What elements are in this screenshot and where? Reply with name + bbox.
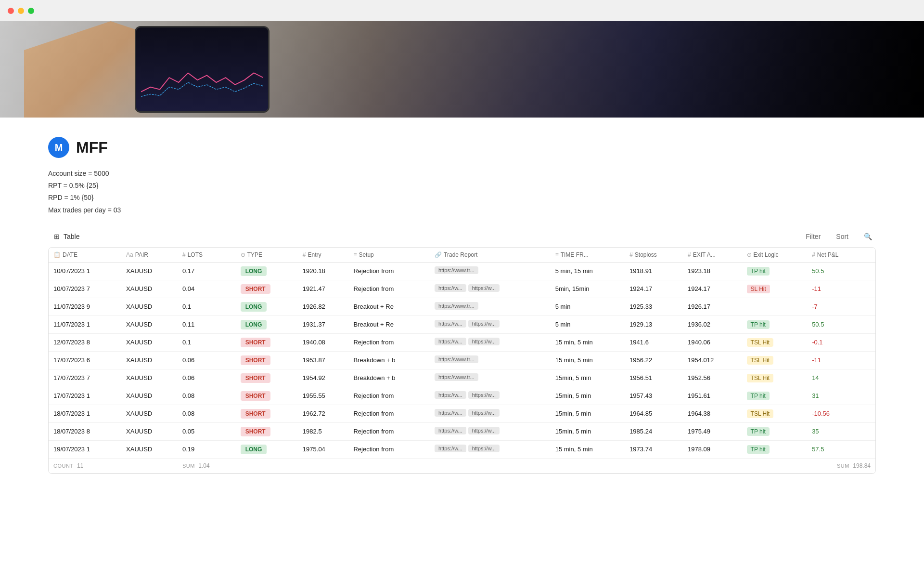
cell-exit-a: 1964.38 xyxy=(683,405,742,422)
cell-setup: Rejection from xyxy=(348,262,430,280)
cell-exit-logic: TP hit xyxy=(742,315,808,333)
count-value: 11 xyxy=(77,462,83,469)
cell-type: SHORT xyxy=(236,387,298,405)
cell-exit-a: 1924.17 xyxy=(683,280,742,298)
cell-stoploss: 1956.51 xyxy=(625,369,683,387)
cell-net-pnl: 35 xyxy=(807,422,875,440)
sort-button[interactable]: Sort xyxy=(832,231,852,242)
exit-badge: TP hit xyxy=(747,445,770,454)
exit-badge: TSL Hit xyxy=(747,374,774,382)
col-exit-a[interactable]: #EXIT A... xyxy=(683,248,742,263)
col-setup[interactable]: ≡Setup xyxy=(348,248,430,263)
filter-button[interactable]: Filter xyxy=(802,231,824,242)
col-net-pnl[interactable]: #Net P&L xyxy=(807,248,875,263)
col-date[interactable]: 📋DATE xyxy=(49,248,121,263)
url-badge[interactable]: https://w... xyxy=(435,391,466,399)
url-badge[interactable]: https://w... xyxy=(435,284,466,292)
cell-time-fr: 15 min, 5 min xyxy=(551,333,625,351)
url-badge[interactable]: https://w... xyxy=(468,284,500,292)
table-row: 17/07/2023 6XAUUSD0.06SHORT1953.87Breakd… xyxy=(49,351,875,369)
cell-exit-a: 1940.06 xyxy=(683,333,742,351)
url-badge[interactable]: https://w... xyxy=(468,320,500,328)
type-badge: SHORT xyxy=(241,391,270,401)
col-type[interactable]: ⊙TYPE xyxy=(236,248,298,263)
cell-date: 10/07/2023 7 xyxy=(49,280,121,298)
cell-trade-report: https://w...https://w... xyxy=(430,440,551,458)
col-stoploss[interactable]: #Stoploss xyxy=(625,248,683,263)
table-footer-row: COUNT 11 SUM 1.04 xyxy=(49,458,875,473)
cell-trade-report: https://www.tr... xyxy=(430,298,551,315)
cell-lots: 0.06 xyxy=(178,351,236,369)
cell-pair: XAUUSD xyxy=(121,369,178,387)
type-badge: LONG xyxy=(241,320,267,329)
cell-date: 11/07/2023 1 xyxy=(49,315,121,333)
url-badge[interactable]: https://w... xyxy=(468,445,500,452)
table-tab[interactable]: ⊞ Table xyxy=(48,230,85,243)
url-badge[interactable]: https://w... xyxy=(435,445,466,452)
cell-setup: Breakout + Re xyxy=(348,315,430,333)
type-badge: SHORT xyxy=(241,409,270,419)
close-button[interactable] xyxy=(8,8,14,14)
table-row: 11/07/2023 9XAUUSD0.1LONG1926.82Breakout… xyxy=(49,298,875,315)
col-entry[interactable]: #Entry xyxy=(298,248,349,263)
cell-trade-report: https://w...https://w... xyxy=(430,405,551,422)
url-badge[interactable]: https://w... xyxy=(435,320,466,328)
rpt: RPT = 0.5% {25} xyxy=(48,180,876,192)
cell-setup: Rejection from xyxy=(348,422,430,440)
url-badge[interactable]: https://w... xyxy=(435,427,466,434)
url-badge[interactable]: https://w... xyxy=(468,427,500,434)
cell-lots: 0.1 xyxy=(178,298,236,315)
cell-time-fr: 5min, 15min xyxy=(551,280,625,298)
col-lots[interactable]: #LOTS xyxy=(178,248,236,263)
cell-date: 12/07/2023 8 xyxy=(49,333,121,351)
table-row: 19/07/2023 1XAUUSD0.19LONG1975.04Rejecti… xyxy=(49,440,875,458)
cell-net-pnl: -11 xyxy=(807,351,875,369)
cell-date: 11/07/2023 9 xyxy=(49,298,121,315)
type-badge: SHORT xyxy=(241,284,270,294)
col-pair[interactable]: AaPAIR xyxy=(121,248,178,263)
cell-stoploss: 1957.43 xyxy=(625,387,683,405)
maximize-button[interactable] xyxy=(28,8,34,14)
cell-date: 10/07/2023 1 xyxy=(49,262,121,280)
url-badge[interactable]: https://w... xyxy=(435,338,466,345)
cell-stoploss: 1918.91 xyxy=(625,262,683,280)
url-badge[interactable]: https://www.tr... xyxy=(435,266,478,274)
pnl-value: 35 xyxy=(812,428,819,435)
cell-entry: 1982.5 xyxy=(298,422,349,440)
minimize-button[interactable] xyxy=(18,8,24,14)
cell-time-fr: 15 min, 5 min xyxy=(551,440,625,458)
cell-trade-report: https://w...https://w... xyxy=(430,333,551,351)
url-badge[interactable]: https://w... xyxy=(468,409,500,417)
cell-pair: XAUUSD xyxy=(121,298,178,315)
url-badge[interactable]: https://www.tr... xyxy=(435,302,478,310)
url-badge[interactable]: https://w... xyxy=(468,391,500,399)
table-row: 11/07/2023 1XAUUSD0.11LONG1931.37Breakou… xyxy=(49,315,875,333)
search-button[interactable]: 🔍 xyxy=(860,231,876,242)
col-exit-logic[interactable]: ⊙Exit Logic xyxy=(742,248,808,263)
titlebar xyxy=(0,0,924,21)
main-content: M MFF Account size = 5000 RPT = 0.5% {25… xyxy=(0,118,924,493)
cell-exit-a: 1954.012 xyxy=(683,351,742,369)
cell-type: SHORT xyxy=(236,280,298,298)
type-badge: LONG xyxy=(241,445,267,454)
cell-exit-logic: TP hit xyxy=(742,262,808,280)
type-badge: LONG xyxy=(241,302,267,312)
cell-pair: XAUUSD xyxy=(121,387,178,405)
cell-pair: XAUUSD xyxy=(121,405,178,422)
col-time-fr[interactable]: ≡TIME FR... xyxy=(551,248,625,263)
col-trade-report[interactable]: 🔗Trade Report xyxy=(430,248,551,263)
url-badge[interactable]: https://w... xyxy=(468,338,500,345)
cell-entry: 1926.82 xyxy=(298,298,349,315)
url-badge[interactable]: https://www.tr... xyxy=(435,373,478,381)
cell-setup: Breakout + Re xyxy=(348,298,430,315)
url-badge[interactable]: https://www.tr... xyxy=(435,355,478,363)
cell-date: 17/07/2023 7 xyxy=(49,369,121,387)
url-badge[interactable]: https://w... xyxy=(435,409,466,417)
cell-date: 19/07/2023 1 xyxy=(49,440,121,458)
cell-lots: 0.06 xyxy=(178,369,236,387)
cell-setup: Rejection from xyxy=(348,440,430,458)
cell-stoploss: 1964.85 xyxy=(625,405,683,422)
cell-entry: 1962.72 xyxy=(298,405,349,422)
cell-stoploss: 1941.6 xyxy=(625,333,683,351)
cell-pair: XAUUSD xyxy=(121,422,178,440)
